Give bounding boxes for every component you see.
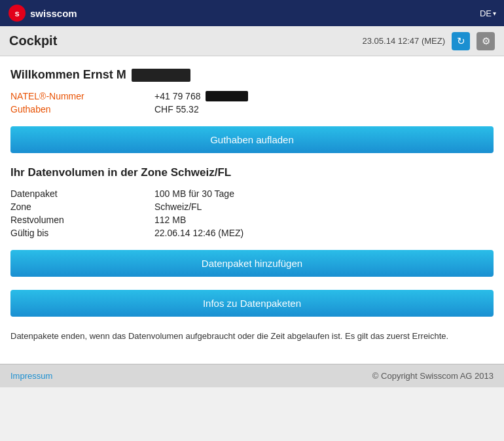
brand-name: swisscom <box>30 8 77 19</box>
chevron-down-icon: ▾ <box>493 10 496 17</box>
notice-text: Datenpakete enden, wenn das Datenvolumen… <box>10 330 494 343</box>
page-title: Cockpit <box>9 33 57 48</box>
swisscom-logo-icon: s <box>8 4 26 22</box>
guthaben-aufladen-button[interactable]: Guthaben aufladen <box>10 126 494 153</box>
datenpaket-value: 100 MB für 30 Tage <box>154 188 234 199</box>
impressum-link[interactable]: Impressum <box>10 371 52 381</box>
language-label: DE <box>480 9 492 18</box>
footer: Impressum © Copyright Swisscom AG 2013 <box>0 364 504 387</box>
main-content: Willkommen Ernst M NATEL®-Nummer +41 79 … <box>0 56 504 364</box>
redacted-surname <box>132 69 190 82</box>
brand-logo: s swisscom <box>8 4 77 22</box>
gear-icon: ⚙ <box>482 35 490 47</box>
guthaben-row: Guthaben CHF 55.32 <box>10 103 494 116</box>
zone-value: Schweiz/FL <box>154 202 202 212</box>
welcome-heading: Willkommen Ernst M <box>10 68 494 82</box>
restvolumen-value: 112 MB <box>154 215 186 225</box>
datenpaket-hinzufuegen-button[interactable]: Datenpaket hinzufügen <box>10 250 494 277</box>
zone-row: Zone Schweiz/FL <box>10 200 494 213</box>
refresh-icon: ↻ <box>457 35 465 47</box>
headerbar: Cockpit 23.05.14 12:47 (MEZ) ↻ ⚙ <box>0 26 504 56</box>
datenvolumen-info: Datenpaket 100 MB für 30 Tage Zone Schwe… <box>10 187 494 239</box>
redacted-phone <box>206 91 248 101</box>
gueltig-value: 22.06.14 12:46 (MEZ) <box>154 228 243 238</box>
topbar: s swisscom DE ▾ <box>0 0 504 26</box>
restvolumen-row: Restvolumen 112 MB <box>10 213 494 226</box>
settings-button[interactable]: ⚙ <box>477 32 495 50</box>
copyright-text: © Copyright Swisscom AG 2013 <box>372 371 494 381</box>
welcome-text: Willkommen Ernst M <box>10 68 126 82</box>
gueltig-row: Gültig bis 22.06.14 12:46 (MEZ) <box>10 226 494 239</box>
gueltig-label: Gültig bis <box>10 228 154 238</box>
datenvolumen-heading: Ihr Datenvolumen in der Zone Schweiz/FL <box>10 166 494 179</box>
svg-text:s: s <box>14 9 19 18</box>
headerbar-actions: 23.05.14 12:47 (MEZ) ↻ ⚙ <box>363 32 495 50</box>
guthaben-label: Guthaben <box>10 104 154 115</box>
natel-label: NATEL®-Nummer <box>10 91 154 101</box>
restvolumen-label: Restvolumen <box>10 215 154 225</box>
datenpaket-label: Datenpaket <box>10 188 154 199</box>
datenpaket-row: Datenpaket 100 MB für 30 Tage <box>10 187 494 200</box>
language-selector[interactable]: DE ▾ <box>480 9 496 18</box>
natel-number-partial: +41 79 768 <box>154 91 200 101</box>
datetime-display: 23.05.14 12:47 (MEZ) <box>363 36 445 46</box>
guthaben-value: CHF 55.32 <box>154 104 199 115</box>
natel-row: NATEL®-Nummer +41 79 768 <box>10 90 494 103</box>
natel-value: +41 79 768 <box>154 91 248 101</box>
notice-content: Datenpakete enden, wenn das Datenvolumen… <box>10 331 448 341</box>
infos-datenpakete-button[interactable]: Infos zu Datenpaketen <box>10 290 494 317</box>
account-info: NATEL®-Nummer +41 79 768 Guthaben CHF 55… <box>10 90 494 116</box>
refresh-button[interactable]: ↻ <box>452 32 470 50</box>
zone-label: Zone <box>10 202 154 212</box>
